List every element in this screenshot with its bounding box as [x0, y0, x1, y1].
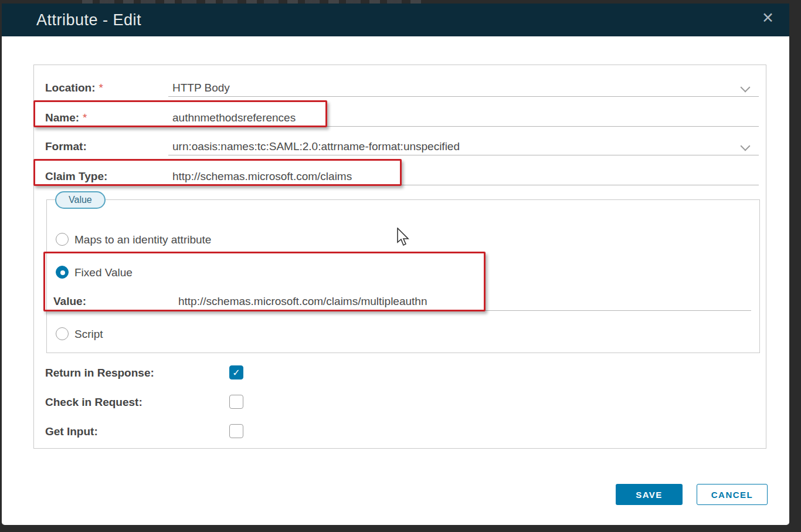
get-input-label: Get Input:	[45, 425, 98, 438]
name-underline	[168, 126, 759, 127]
radio-script[interactable]	[56, 327, 69, 340]
save-button[interactable]: SAVE	[616, 484, 683, 505]
radio-maps-to-identity-attribute[interactable]	[56, 233, 69, 246]
check-in-request-checkbox[interactable]	[229, 395, 243, 409]
format-select[interactable]: urn:oasis:names:tc:SAML:2.0:attrname-for…	[172, 140, 460, 153]
form-panel: Location:* HTTP Body Name:* authnmethods…	[33, 65, 766, 449]
chevron-down-icon[interactable]	[741, 141, 751, 151]
value-section	[46, 199, 760, 353]
required-asterisk: *	[83, 111, 87, 124]
radio-script-label[interactable]: Script	[74, 328, 103, 341]
claim-type-input[interactable]: http://schemas.microsoft.com/claims	[172, 170, 352, 183]
location-label: Location:*	[45, 82, 103, 94]
return-in-response-checkbox[interactable]: ✓	[229, 365, 243, 379]
name-label: Name:*	[45, 111, 87, 124]
value-tab[interactable]: Value	[55, 191, 106, 209]
claim-type-underline	[168, 185, 759, 185]
fixed-value-underline	[131, 310, 751, 311]
dialog-title: Attribute - Edit	[36, 11, 141, 29]
claim-type-label: Claim Type:	[45, 170, 107, 183]
attribute-edit-dialog: Attribute - Edit ✕ Location:* HTTP Body …	[2, 4, 789, 525]
format-underline	[168, 155, 759, 155]
get-input-checkbox[interactable]	[229, 424, 243, 438]
name-input[interactable]: authnmethodsreferences	[172, 111, 296, 124]
cancel-button[interactable]: CANCEL	[697, 484, 768, 505]
fixed-value-input[interactable]: http://schemas.microsoft.com/claims/mult…	[178, 295, 427, 308]
radio-fixed-value[interactable]	[56, 266, 69, 279]
format-label: Format:	[45, 140, 87, 153]
location-select[interactable]: HTTP Body	[172, 82, 230, 94]
radio-maps-label[interactable]: Maps to an identity attribute	[74, 233, 211, 246]
required-asterisk: *	[99, 82, 103, 94]
radio-fixed-value-label[interactable]: Fixed Value	[74, 266, 133, 279]
close-icon[interactable]: ✕	[762, 11, 774, 25]
location-underline	[168, 96, 759, 97]
chevron-down-icon[interactable]	[741, 83, 751, 93]
fixed-value-label: Value:	[53, 295, 86, 308]
return-in-response-label: Return in Response:	[45, 367, 154, 379]
check-in-request-label: Check in Request:	[45, 396, 142, 409]
dialog-header: Attribute - Edit ✕	[2, 4, 789, 36]
